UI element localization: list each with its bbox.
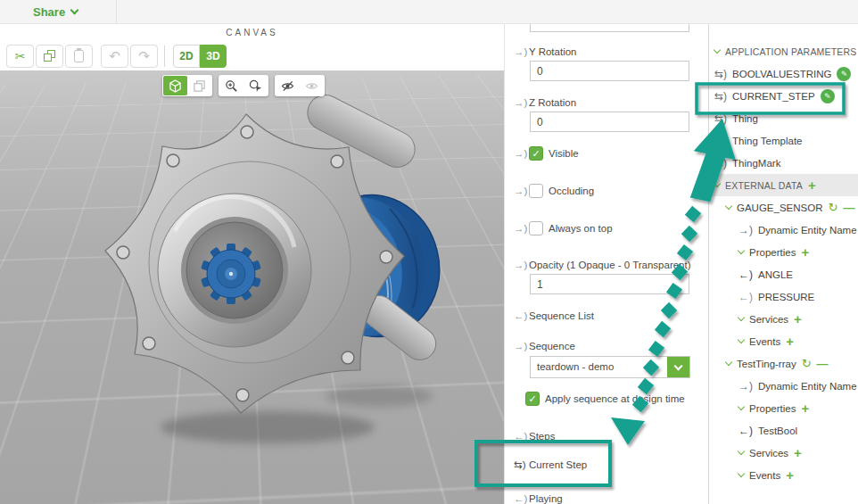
bind-in-icon[interactable]: →): [505, 341, 524, 351]
gauge-properties-group[interactable]: Properties +: [709, 241, 858, 263]
x-rotation-input[interactable]: [530, 24, 689, 32]
param-thingmark[interactable]: ⇆) ThingMark: [709, 152, 858, 174]
bind-two-way-icon[interactable]: ⇆): [714, 157, 727, 169]
bind-out-icon[interactable]: ←): [738, 291, 753, 303]
z-rotation-label: Z Rotation: [529, 97, 576, 108]
gauge-prop-pressure[interactable]: ←) PRESSURE: [709, 285, 858, 308]
testting-properties-group[interactable]: Properties +: [709, 397, 858, 419]
zoom-select-button[interactable]: [243, 76, 268, 95]
edit-icon[interactable]: ✎: [837, 67, 851, 81]
testting-events-group[interactable]: Events +: [709, 464, 858, 486]
pump-3d-model[interactable]: [0, 70, 504, 504]
gauge-events-group[interactable]: Events +: [709, 330, 858, 352]
bind-two-way-icon[interactable]: ⇆): [505, 459, 524, 471]
testting-prop-testbool[interactable]: ←) TestBool: [709, 419, 858, 442]
add-icon[interactable]: +: [786, 468, 794, 482]
add-icon[interactable]: +: [801, 401, 809, 415]
bind-two-way-icon[interactable]: ⇆): [714, 135, 727, 147]
undo-button[interactable]: ↶: [101, 45, 128, 68]
remove-icon[interactable]: —: [817, 357, 829, 370]
bind-two-way-icon[interactable]: ⇆): [714, 112, 727, 125]
testting-dynamic-entity[interactable]: →) Dynamic Entity Name: [709, 375, 858, 397]
mode-2d-button[interactable]: 2D: [173, 45, 200, 68]
zoom-in-button[interactable]: [219, 76, 243, 95]
model-shadow-2: [326, 385, 433, 407]
testting-services-group[interactable]: Services +: [709, 442, 858, 464]
visible-checkbox[interactable]: ✓: [529, 146, 543, 161]
sequence-dropdown[interactable]: teardown - demo: [530, 356, 690, 378]
add-icon[interactable]: +: [801, 245, 809, 259]
add-icon[interactable]: +: [786, 335, 794, 348]
dropdown-button[interactable]: [667, 357, 689, 377]
bind-in-icon[interactable]: →): [505, 97, 524, 108]
bind-two-way-icon[interactable]: ⇆): [714, 68, 727, 80]
param-label: ThingMark: [732, 158, 780, 169]
refresh-icon[interactable]: ↻: [829, 201, 838, 214]
add-icon[interactable]: +: [794, 312, 802, 326]
section-application-parameters[interactable]: APPLICATION PARAMETERS +: [709, 40, 858, 62]
model-shadow: [161, 411, 375, 443]
bind-out-icon[interactable]: ←): [738, 425, 753, 437]
show-button[interactable]: [300, 76, 324, 95]
opacity-input[interactable]: [530, 274, 689, 294]
copy-button[interactable]: [36, 45, 63, 68]
topbar-divider: [116, 0, 117, 24]
opacity-row: →) Opacity (1 Opaque - 0 Transparent): [505, 260, 708, 270]
bind-out-icon[interactable]: ←): [505, 310, 524, 321]
mode-3d-button[interactable]: 3D: [200, 45, 227, 68]
bind-in-icon[interactable]: →): [505, 223, 524, 234]
param-boolvaluestring[interactable]: ⇆) BOOLVALUESTRING ✎: [709, 62, 858, 85]
y-rotation-input[interactable]: [530, 61, 689, 81]
chevron-down-icon: [725, 359, 732, 366]
canvas-edit-toolbar: ✂ ↶ ↷ 2D 3D: [0, 41, 504, 70]
bind-in-icon[interactable]: →): [505, 148, 524, 159]
edit-icon[interactable]: ✎: [821, 89, 835, 103]
chevron-down-icon: [738, 247, 745, 254]
duplicate-view-button[interactable]: [187, 76, 211, 95]
param-thing-template[interactable]: ⇆) Thing Template: [709, 129, 858, 152]
canvas-panel-title: CANVAS: [0, 24, 504, 41]
bind-out-icon[interactable]: ←): [738, 269, 753, 281]
bind-in-icon[interactable]: →): [738, 380, 753, 392]
bind-in-icon[interactable]: →): [505, 260, 524, 270]
section-external-data[interactable]: EXTERNAL DATA +: [709, 174, 858, 196]
always-on-top-row: →) Always on top: [505, 221, 708, 235]
remove-icon[interactable]: —: [843, 201, 854, 214]
source-label: TestTing-rray: [737, 359, 796, 369]
apply-sequence-checkbox[interactable]: ✓: [525, 392, 540, 406]
vuforia-studio-window: Share CANVAS ✂ ↶ ↷ 2D 3D: [0, 0, 858, 504]
param-current-step[interactable]: ⇆) CURRENT_STEP ✎: [709, 85, 858, 107]
param-thing[interactable]: ⇆) Thing: [709, 107, 858, 129]
source-testting-rray[interactable]: TestTing-rray ↻ —: [709, 352, 858, 375]
redo-button[interactable]: ↷: [130, 45, 158, 68]
bind-in-icon[interactable]: →): [505, 46, 524, 57]
occluding-label: Occluding: [549, 186, 594, 196]
canvas-3d-viewport[interactable]: [0, 70, 504, 504]
occluding-checkbox[interactable]: [529, 184, 543, 198]
bind-in-icon[interactable]: →): [505, 186, 524, 196]
gauge-services-group[interactable]: Services +: [709, 308, 858, 330]
z-rotation-input[interactable]: [530, 112, 689, 132]
source-gauge-sensor[interactable]: GAUGE_SENSOR ↻ —: [709, 196, 858, 219]
apply-sequence-row: ✓ Apply sequence at design time: [505, 392, 708, 406]
share-button[interactable]: Share: [33, 5, 78, 19]
steps-row: ←) Steps: [505, 431, 708, 442]
bind-out-icon[interactable]: ←): [505, 493, 524, 504]
bind-in-icon[interactable]: →): [738, 224, 753, 236]
param-label: Thing: [732, 113, 758, 124]
refresh-icon[interactable]: ↻: [802, 357, 812, 370]
add-icon[interactable]: +: [808, 178, 816, 192]
always-on-top-checkbox[interactable]: [529, 221, 543, 235]
cut-button[interactable]: ✂: [6, 45, 34, 68]
hide-button[interactable]: [276, 76, 300, 95]
clipboard-icon: [74, 50, 84, 62]
chevron-down-icon: [714, 180, 721, 187]
gauge-prop-angle[interactable]: ←) ANGLE: [709, 263, 858, 285]
bind-out-icon[interactable]: ←): [505, 431, 524, 442]
bind-two-way-icon[interactable]: ⇆): [714, 90, 727, 103]
chevron-down-icon: [70, 5, 79, 14]
paste-button[interactable]: [65, 45, 93, 68]
gauge-dynamic-entity[interactable]: →) Dynamic Entity Name: [709, 219, 858, 241]
orbit-cube-button[interactable]: [163, 76, 187, 95]
add-icon[interactable]: +: [794, 446, 802, 459]
